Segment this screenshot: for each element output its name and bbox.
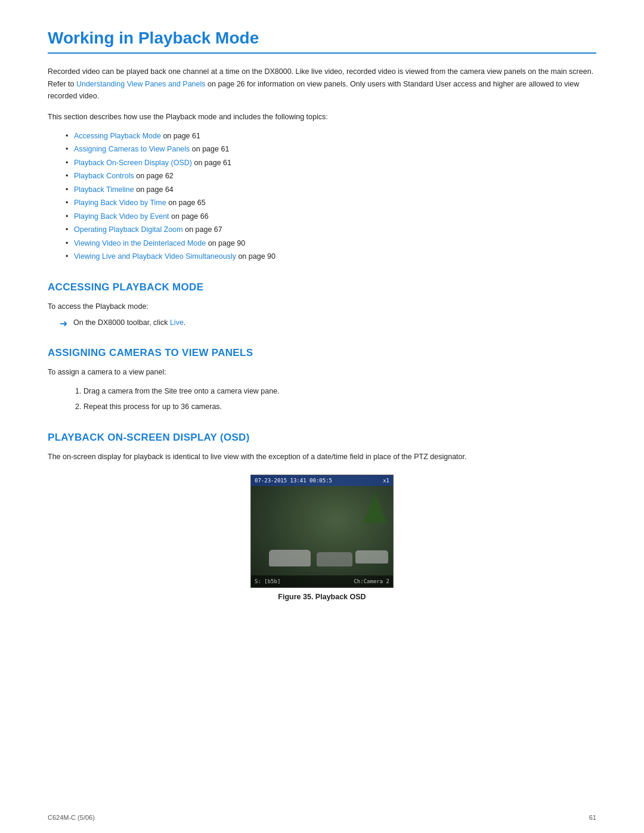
link-osd[interactable]: Playback On-Screen Display (OSD) — [74, 159, 192, 167]
link-playing-back-time[interactable]: Playing Back Video by Time — [74, 199, 166, 207]
list-item: Playing Back Video by Event on page 66 — [66, 210, 596, 224]
link-understanding-view-panes[interactable]: Understanding View Panes and Panels — [76, 80, 206, 88]
arrow-icon: ➜ — [60, 318, 67, 329]
list-item: Playing Back Video by Time on page 65 — [66, 196, 596, 210]
car-shape-3 — [355, 550, 388, 563]
list-item: Playback Controls on page 62 — [66, 169, 596, 183]
figure-caption-text: Playback OSD — [313, 593, 366, 601]
camera-topbar: 07-23-2015 13:41 00:05:5 x1 — [251, 475, 393, 486]
figure-caption: Figure 35. Playback OSD — [278, 593, 366, 601]
topics-list: Accessing Playback Mode on page 61 Assig… — [66, 129, 596, 264]
footer-right: 61 — [589, 814, 596, 821]
camera-overlay — [251, 475, 393, 587]
accessing-step: ➜ On the DX8000 toolbar, click Live. — [60, 318, 596, 329]
link-assigning-cameras[interactable]: Assigning Cameras to View Panels — [74, 145, 190, 153]
link-playback-controls[interactable]: Playback Controls — [74, 172, 134, 180]
footer-left: C624M-C (5/06) — [48, 814, 95, 821]
cam-zoom: x1 — [383, 478, 389, 484]
section-heading-assigning: Assigning Cameras to View Panels — [48, 347, 596, 359]
link-playback-timeline[interactable]: Playback Timeline — [74, 185, 134, 194]
osd-body: The on-screen display for playback is id… — [48, 451, 596, 463]
cam-bottom-left: S: [b5b] — [255, 578, 280, 584]
list-item: Viewing Live and Playback Video Simultan… — [66, 250, 596, 264]
figure-caption-bold: Figure 35. — [278, 593, 313, 601]
link-live[interactable]: Live — [170, 318, 184, 327]
list-item: Playback Timeline on page 64 — [66, 183, 596, 197]
link-digital-zoom[interactable]: Operating Playback Digital Zoom — [74, 225, 183, 234]
cam-timestamp: 07-23-2015 13:41 00:05:5 — [255, 478, 332, 484]
list-item: Accessing Playback Mode on page 61 — [66, 129, 596, 143]
car-shape-2 — [317, 552, 352, 566]
list-item: Operating Playback Digital Zoom on page … — [66, 223, 596, 237]
link-playing-back-event[interactable]: Playing Back Video by Event — [74, 212, 169, 221]
figure-image: 07-23-2015 13:41 00:05:5 x1 S: [b5b] Ch:… — [250, 475, 394, 588]
camera-bottombar: S: [b5b] Ch:Camera 2 — [251, 575, 393, 587]
link-accessing-playback[interactable]: Accessing Playback Mode — [74, 132, 161, 140]
assigning-step-2: Repeat this process for up to 36 cameras… — [83, 400, 596, 414]
assigning-step-1: Drag a camera from the Site tree onto a … — [83, 385, 596, 398]
link-live-playback-simultaneous[interactable]: Viewing Live and Playback Video Simultan… — [74, 252, 236, 261]
section-heading-accessing: Accessing Playback Mode — [48, 281, 596, 293]
list-item: Assigning Cameras to View Panels on page… — [66, 143, 596, 156]
section-heading-osd: Playback On-Screen Display (OSD) — [48, 432, 596, 444]
assigning-steps: Drag a camera from the Site tree onto a … — [83, 385, 596, 414]
page-content: Working in Playback Mode Recorded video … — [0, 0, 644, 649]
page-footer: C624M-C (5/06) 61 — [48, 814, 596, 821]
page-title: Working in Playback Mode — [48, 29, 596, 54]
list-item: Viewing Video in the Deinterlaced Mode o… — [66, 237, 596, 250]
list-item: Playback On-Screen Display (OSD) on page… — [66, 156, 596, 170]
cam-bottom-right: Ch:Camera 2 — [354, 578, 389, 584]
intro-paragraph-1: Recorded video can be played back one ch… — [48, 66, 596, 103]
accessing-intro: To access the Playback mode: — [48, 301, 596, 313]
figure-container: 07-23-2015 13:41 00:05:5 x1 S: [b5b] Ch:… — [244, 475, 400, 601]
car-shape-1 — [269, 550, 311, 566]
link-deinterlaced[interactable]: Viewing Video in the Deinterlaced Mode — [74, 239, 206, 247]
assigning-intro: To assign a camera to a view panel: — [48, 366, 596, 379]
intro-paragraph-2: This section describes how use the Playb… — [48, 111, 596, 123]
tree-shape — [363, 493, 387, 523]
